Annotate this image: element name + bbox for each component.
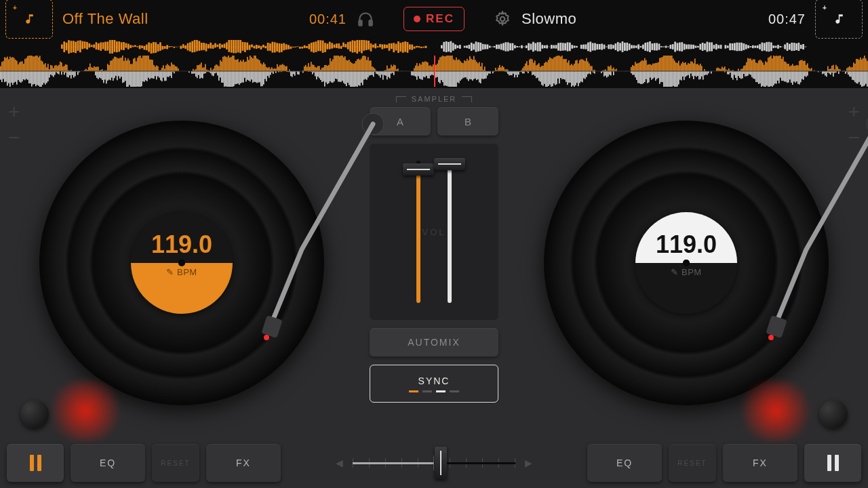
svg-rect-1119 bbox=[861, 60, 863, 71]
svg-rect-715 bbox=[313, 65, 315, 71]
svg-rect-1340 bbox=[293, 71, 294, 74]
svg-rect-587 bbox=[140, 56, 141, 71]
start-stop-knob-a[interactable] bbox=[20, 400, 49, 428]
svg-rect-59 bbox=[187, 43, 189, 47]
svg-rect-57 bbox=[182, 44, 184, 47]
svg-rect-328 bbox=[450, 41, 452, 53]
svg-rect-610 bbox=[171, 62, 172, 71]
play-pause-b-button[interactable] bbox=[804, 444, 861, 482]
svg-rect-606 bbox=[165, 66, 167, 71]
svg-rect-1362 bbox=[323, 71, 324, 81]
fx-a-button[interactable]: FX bbox=[206, 444, 281, 482]
svg-rect-201 bbox=[146, 47, 148, 50]
svg-rect-487 bbox=[4, 57, 5, 71]
reset-a-button[interactable]: RESET bbox=[152, 444, 199, 482]
fx-b-button[interactable]: FX bbox=[723, 444, 797, 482]
svg-rect-1109 bbox=[848, 67, 849, 71]
svg-rect-822 bbox=[458, 60, 460, 71]
svg-rect-1673 bbox=[745, 71, 746, 77]
svg-rect-1227 bbox=[140, 71, 141, 87]
svg-rect-1699 bbox=[780, 71, 781, 78]
svg-rect-175 bbox=[86, 47, 88, 49]
settings-button[interactable] bbox=[493, 9, 512, 28]
svg-rect-745 bbox=[354, 63, 355, 71]
svg-rect-673 bbox=[256, 58, 258, 71]
svg-rect-112 bbox=[309, 44, 311, 47]
platter-light-b bbox=[735, 380, 816, 441]
svg-rect-1069 bbox=[793, 66, 795, 71]
crossfader-left-arrow-icon[interactable]: ◀ bbox=[336, 458, 343, 468]
svg-rect-970 bbox=[659, 58, 660, 71]
svg-rect-1660 bbox=[727, 71, 728, 75]
svg-rect-279 bbox=[324, 47, 326, 52]
svg-rect-389 bbox=[589, 41, 591, 52]
sync-button[interactable]: SYNC bbox=[370, 365, 498, 403]
pitch-up-a[interactable]: + bbox=[8, 100, 20, 123]
volume-fader-b[interactable] bbox=[448, 161, 452, 303]
svg-rect-735 bbox=[340, 56, 342, 71]
full-waveform[interactable] bbox=[0, 56, 868, 87]
svg-rect-388 bbox=[587, 43, 589, 52]
svg-rect-1159 bbox=[47, 71, 49, 81]
svg-rect-1522 bbox=[540, 71, 541, 82]
play-pause-a-button[interactable] bbox=[7, 444, 64, 482]
volume-fader-a[interactable] bbox=[416, 161, 420, 303]
svg-rect-202 bbox=[148, 47, 150, 52]
svg-rect-643 bbox=[216, 64, 217, 71]
svg-rect-1372 bbox=[336, 71, 338, 79]
sampler-b-button[interactable]: B bbox=[437, 107, 498, 136]
deck-b-mini-waveform[interactable] bbox=[441, 40, 807, 54]
svg-rect-449 bbox=[727, 45, 729, 47]
reset-b-button[interactable]: RESET bbox=[669, 444, 716, 482]
svg-rect-1356 bbox=[315, 71, 316, 76]
svg-rect-633 bbox=[202, 68, 203, 71]
svg-rect-1481 bbox=[484, 71, 486, 79]
svg-rect-126 bbox=[340, 46, 342, 47]
playhead[interactable] bbox=[434, 56, 435, 87]
svg-rect-45 bbox=[155, 42, 157, 47]
start-stop-knob-b[interactable] bbox=[819, 400, 848, 428]
svg-rect-695 bbox=[286, 66, 288, 71]
svg-rect-1195 bbox=[96, 71, 98, 78]
svg-rect-1054 bbox=[773, 56, 774, 71]
svg-rect-1250 bbox=[171, 71, 172, 78]
svg-rect-630 bbox=[198, 65, 199, 71]
load-track-left-button[interactable]: + bbox=[5, 0, 53, 39]
eq-a-button[interactable]: EQ bbox=[71, 444, 145, 482]
record-button[interactable]: REC bbox=[403, 7, 465, 31]
svg-rect-649 bbox=[224, 56, 225, 71]
svg-rect-607 bbox=[167, 64, 168, 71]
svg-rect-752 bbox=[363, 56, 365, 71]
svg-rect-987 bbox=[682, 62, 684, 71]
headphones-icon[interactable] bbox=[356, 9, 375, 28]
svg-rect-1298 bbox=[236, 71, 237, 84]
record-label-b[interactable]: 119.0 ✎ BPM bbox=[635, 212, 737, 314]
svg-rect-258 bbox=[276, 47, 278, 52]
svg-rect-936 bbox=[613, 68, 614, 71]
svg-rect-261 bbox=[283, 47, 285, 50]
load-track-right-button[interactable]: + bbox=[815, 0, 863, 39]
crossfader-right-arrow-icon[interactable]: ▶ bbox=[525, 458, 532, 468]
svg-rect-881 bbox=[538, 63, 540, 71]
pitch-down-a[interactable]: − bbox=[8, 126, 20, 149]
svg-rect-797 bbox=[425, 61, 426, 71]
svg-rect-1499 bbox=[509, 71, 510, 75]
svg-rect-43 bbox=[151, 43, 153, 47]
svg-rect-730 bbox=[334, 56, 335, 71]
svg-rect-871 bbox=[525, 64, 526, 71]
deck-a-mini-waveform[interactable] bbox=[61, 40, 427, 54]
platter-light-a bbox=[45, 380, 126, 441]
svg-rect-347 bbox=[494, 46, 496, 47]
svg-rect-437 bbox=[699, 44, 701, 50]
svg-rect-1280 bbox=[212, 71, 213, 75]
svg-rect-23 bbox=[104, 42, 106, 47]
svg-rect-647 bbox=[221, 62, 222, 71]
svg-rect-154 bbox=[404, 41, 406, 47]
eq-b-button[interactable]: EQ bbox=[587, 444, 662, 482]
record-label-a[interactable]: 119.0 ✎ BPM bbox=[131, 212, 233, 314]
svg-rect-691 bbox=[281, 65, 282, 71]
svg-rect-70 bbox=[212, 45, 214, 47]
svg-rect-833 bbox=[473, 56, 475, 71]
crossfader[interactable] bbox=[353, 451, 515, 475]
automix-button[interactable]: AUTOMIX bbox=[370, 328, 498, 357]
